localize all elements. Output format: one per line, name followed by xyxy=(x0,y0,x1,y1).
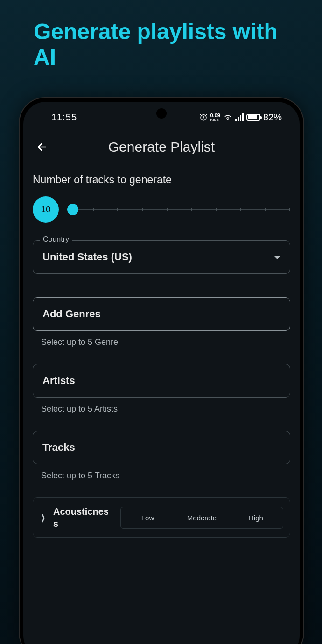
chevron-down-icon xyxy=(274,256,280,259)
genres-placeholder: Add Genres xyxy=(42,308,101,320)
tracks-helper: Select up to 5 Tracks xyxy=(33,471,290,481)
battery-icon xyxy=(246,114,260,121)
country-legend: Country xyxy=(40,235,72,244)
acousticness-label: Acousticness xyxy=(53,505,114,530)
acousticness-row[interactable]: ❯ Acousticness Low Moderate High xyxy=(33,497,290,538)
artists-helper: Select up to 5 Artists xyxy=(33,404,290,414)
artists-field[interactable]: Artists xyxy=(33,364,290,398)
slider-ticks xyxy=(68,208,290,211)
acousticness-segmented: Low Moderate High xyxy=(120,507,283,529)
acousticness-low-button[interactable]: Low xyxy=(121,507,175,528)
tracks-count-badge: 10 xyxy=(33,196,59,223)
phone-frame: 11:55 0.09 KB/S 82% Generate Playlist Nu… xyxy=(20,98,303,644)
status-battery-text: 82% xyxy=(263,112,282,123)
genres-helper: Select up to 5 Genre xyxy=(33,337,290,347)
wifi-icon xyxy=(223,112,232,122)
tracks-placeholder: Tracks xyxy=(42,441,75,454)
tracks-count-label: Number of tracks to generate xyxy=(33,174,290,186)
genres-field[interactable]: Add Genres xyxy=(33,297,290,331)
chevron-right-icon: ❯ xyxy=(41,512,46,523)
status-data-rate: 0.09 KB/S xyxy=(210,113,220,122)
status-time: 11:55 xyxy=(51,112,77,123)
country-value: United States (US) xyxy=(42,251,132,263)
page-title: Generate Playlist xyxy=(33,139,290,155)
tracks-field[interactable]: Tracks xyxy=(33,431,290,464)
acousticness-high-button[interactable]: High xyxy=(229,507,283,528)
marketing-headline: Generate playlists with AI xyxy=(0,0,322,75)
slider-thumb[interactable] xyxy=(67,204,78,215)
app-bar: Generate Playlist xyxy=(23,126,300,160)
tracks-count-slider[interactable] xyxy=(68,204,290,215)
phone-screen: 11:55 0.09 KB/S 82% Generate Playlist Nu… xyxy=(23,102,300,644)
artists-placeholder: Artists xyxy=(42,375,75,387)
alarm-icon xyxy=(199,113,208,121)
phone-camera xyxy=(156,108,167,119)
acousticness-moderate-button[interactable]: Moderate xyxy=(175,507,229,528)
signal-icon xyxy=(235,113,244,121)
country-select[interactable]: Country United States (US) xyxy=(33,240,290,274)
